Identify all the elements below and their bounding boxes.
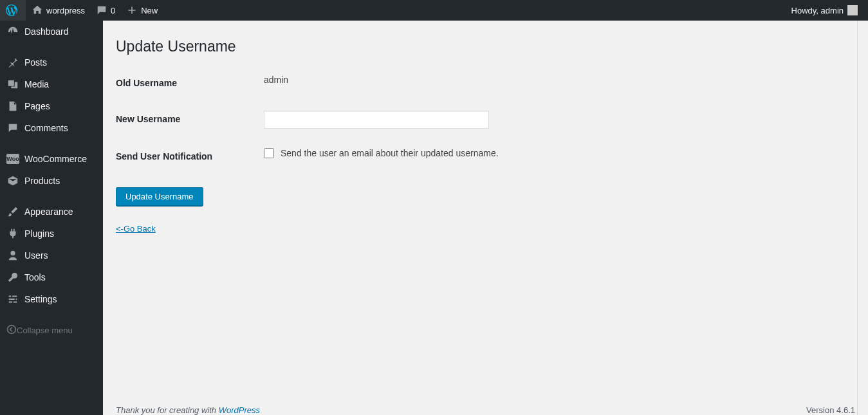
sidebar-item-label: Settings: [24, 294, 57, 304]
sidebar-item-label: WooCommerce: [24, 154, 87, 164]
sidebar-item-label: Media: [24, 79, 49, 89]
sidebar-item-comments[interactable]: Comments: [0, 117, 103, 139]
scrollbar[interactable]: [857, 21, 868, 415]
notification-checkbox-text: Send the user an email about their updat…: [281, 148, 499, 158]
user-icon: [6, 249, 19, 262]
sidebar-item-label: Dashboard: [24, 26, 69, 37]
sidebar-item-pages[interactable]: Pages: [0, 95, 103, 117]
sidebar-item-label: Pages: [24, 101, 50, 111]
woocommerce-icon: Woo: [6, 152, 19, 165]
sidebar-item-settings[interactable]: Settings: [0, 288, 103, 310]
go-back-link[interactable]: <-Go Back: [116, 224, 156, 234]
home-icon: [31, 4, 44, 17]
sidebar-item-label: Posts: [24, 57, 47, 68]
sidebar-item-label: Tools: [24, 272, 46, 282]
footer-thankyou-prefix: Thank you for creating with: [116, 405, 219, 415]
page-title: Update Username: [116, 27, 855, 65]
svg-point-0: [8, 325, 16, 333]
main-content: Update Username Old Username admin New U…: [103, 21, 868, 415]
footer: Thank you for creating with WordPress Ve…: [103, 399, 868, 415]
new-label: New: [141, 6, 158, 15]
sidebar-item-woocommerce[interactable]: Woo WooCommerce: [0, 148, 103, 170]
new-username-input[interactable]: [264, 111, 489, 129]
comment-icon: [6, 122, 19, 134]
notification-label: Send User Notification: [116, 138, 257, 174]
page-icon: [6, 100, 19, 113]
wrench-icon: [6, 271, 19, 284]
sidebar-item-label: Comments: [24, 123, 68, 133]
plus-icon: [125, 4, 138, 17]
site-name-link[interactable]: wordpress: [26, 0, 90, 21]
sidebar-item-users[interactable]: Users: [0, 244, 103, 266]
update-username-button[interactable]: Update Username: [116, 187, 203, 206]
sidebar-item-label: Products: [24, 176, 60, 186]
new-username-label: New Username: [116, 101, 257, 138]
sidebar-item-products[interactable]: Products: [0, 170, 103, 192]
comments-count: 0: [111, 6, 115, 15]
plug-icon: [6, 227, 19, 240]
sidebar-item-label: Plugins: [24, 228, 54, 239]
admin-sidebar: Dashboard Posts Media Pages Comments Woo…: [0, 21, 103, 415]
site-name-label: wordpress: [46, 6, 85, 15]
howdy-text: Howdy, admin: [791, 6, 844, 15]
wp-logo-menu[interactable]: [0, 0, 26, 21]
sidebar-item-media[interactable]: Media: [0, 73, 103, 95]
media-icon: [6, 78, 19, 91]
comments-link[interactable]: 0: [90, 0, 120, 21]
pin-icon: [6, 56, 19, 69]
wordpress-icon: [5, 4, 18, 17]
avatar: [847, 5, 858, 15]
sidebar-item-label: Appearance: [24, 207, 73, 217]
brush-icon: [6, 205, 19, 218]
products-icon: [6, 174, 19, 187]
my-account-link[interactable]: Howdy, admin: [786, 0, 863, 21]
sidebar-item-appearance[interactable]: Appearance: [0, 201, 103, 223]
notification-checkbox[interactable]: [264, 148, 274, 158]
comment-icon: [95, 4, 108, 17]
sidebar-item-label: Users: [24, 250, 48, 261]
collapse-menu-button[interactable]: Collapse menu: [0, 319, 103, 341]
sidebar-item-dashboard[interactable]: Dashboard: [0, 21, 103, 42]
old-username-label: Old Username: [116, 65, 257, 101]
sliders-icon: [6, 293, 19, 306]
footer-version: Version 4.6.1: [806, 405, 855, 415]
admin-bar: wordpress 0 New Howdy, admin: [0, 0, 868, 21]
sidebar-item-tools[interactable]: Tools: [0, 266, 103, 288]
sidebar-item-plugins[interactable]: Plugins: [0, 223, 103, 244]
new-content-link[interactable]: New: [120, 0, 163, 21]
footer-wordpress-link[interactable]: WordPress: [219, 405, 260, 415]
dashboard-icon: [6, 25, 19, 38]
collapse-label: Collapse menu: [17, 326, 73, 335]
collapse-icon: [6, 324, 17, 337]
old-username-value: admin: [257, 65, 855, 101]
sidebar-item-posts[interactable]: Posts: [0, 51, 103, 73]
